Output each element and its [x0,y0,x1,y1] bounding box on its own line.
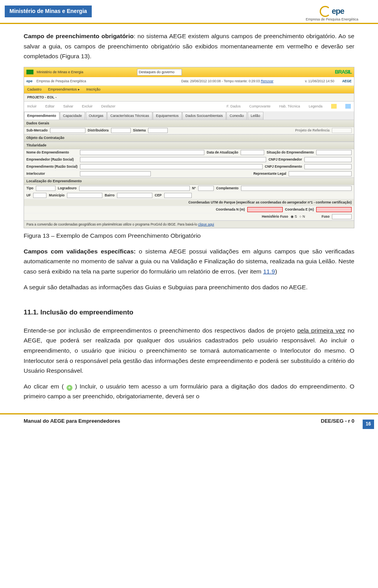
coordenada-e-input[interactable] [316,207,352,212]
cnpj-empreendedor-input[interactable] [304,157,352,162]
tab-outorgas[interactable]: Outorgas [86,112,107,120]
tipo-select[interactable] [36,186,56,191]
session-info: Data: 29/06/2012 10:00:08 - Tempo restan… [181,79,273,83]
legend-swatch-blue [345,104,351,109]
version-date: v. 11/06/2012 14:50 [305,79,334,83]
complemento-input[interactable] [241,186,352,191]
paragraph-5: Ao clicar em ( + ) Incluir, o usuário te… [24,381,354,401]
tool-desfazer[interactable]: Desfazer [101,104,115,109]
paragraph-3: A seguir são detalhadas as informações d… [24,282,354,292]
coord-header: Coordenadas UTM do Parque (especificar a… [188,200,352,205]
footer-right: DEE/SEG - r 0 [321,418,354,425]
destaques-select[interactable]: Destaques do governo [137,69,182,76]
section-localizacao: Localização do Empreendimento [24,178,354,185]
figure-13-screenshot: Ministério de Minas e Energia Destaques … [24,67,354,229]
data-atualizacao-input[interactable] [241,150,264,155]
brasil-flag-icon [26,70,33,74]
section-objeto: Objeto da Contratação [24,134,354,142]
logradouro-input[interactable] [79,186,190,191]
menu-empreendimentos[interactable]: Empreendimentos ▸ [48,87,80,91]
fuso-select[interactable] [332,214,352,219]
section-titularidade: Titularidade [24,142,354,149]
paragraph-1: Campo de preenchimento obrigatório: no s… [24,31,354,61]
renovar-link[interactable]: Renovar [261,79,273,83]
tab-caracteristicas[interactable]: Características Técnicas [107,112,152,120]
cnpj-empreendimento-input[interactable] [304,164,352,169]
footer-left: Manual do AEGE para Empreendedores [24,418,120,425]
hemisferio-n-radio[interactable]: ○ N [299,214,305,219]
page-number: 16 [363,420,374,429]
paragraph-2: Campos com validações específicas: o sis… [24,246,354,277]
tool-salvar[interactable]: Salvar [63,104,74,109]
tab-strip: Empreendimento Capacidade Outorgas Carac… [24,112,354,120]
cep-input[interactable] [164,193,192,198]
empreendimento-razao-input[interactable] [80,164,263,169]
tab-socioambientais[interactable]: Dados Socioambientais [182,112,226,120]
add-icon: + [67,385,72,391]
progrid-note: Para a conversão de coordenadas geográfi… [24,220,354,228]
hemisferio-s-radio[interactable]: ◉ S [291,214,297,219]
tool-comprovante[interactable]: Comprovante [249,104,271,109]
ministry-tab: Ministério de Minas e Energia [5,6,92,17]
municipio-select[interactable] [67,193,102,198]
numero-input[interactable] [198,186,214,191]
tool-excluir[interactable]: Excluir [82,104,93,109]
situacao-select[interactable] [316,150,352,155]
gov-label: Ministério de Minas e Energia [37,70,83,75]
tab-conexao[interactable]: Conexão [226,112,247,120]
legend-swatch-yellow [331,104,337,109]
distribuidora-select[interactable] [111,128,131,133]
section-dados-gerais: Dados Gerais [24,120,354,127]
paragraph-4: Entende-se por inclusão de empreendiment… [24,325,354,376]
projeto-ref-select [332,128,352,133]
tab-leilao[interactable]: Leilão [248,112,263,120]
uf-select[interactable] [33,193,46,198]
sistema-select[interactable] [148,128,168,133]
interlocutor-select[interactable] [80,171,151,176]
empreendedor-input[interactable] [80,157,266,162]
epe-logo: epe Empresa de Pesquisa Energética [306,6,358,22]
menu-inscricao[interactable]: Inscrição [86,87,100,91]
tab-empreendimento[interactable]: Empreendimento [24,112,59,120]
tool-fdados[interactable]: F. Dados [227,104,241,109]
tool-hab-tecnica[interactable]: Hab. Técnica [279,104,300,109]
epe-mini-logo: epe [26,79,33,84]
coordenada-n-input[interactable] [247,207,283,212]
figure-caption: Figura 13 – Exemplo de Campos com Preenc… [24,231,354,241]
tool-editar[interactable]: Editar [45,104,55,109]
section-heading-11-1: 11.1. Inclusão do empreendimento [24,308,354,318]
submercado-select[interactable] [50,128,85,133]
project-bar: PROJETO - EOL - [24,93,354,102]
clique-aqui-link[interactable]: clique aqui [198,222,214,226]
link-11-9[interactable]: 11.9 [263,268,275,275]
main-menu[interactable]: Cadastro Empreendimentos ▸ Inscrição [24,86,354,93]
brasil-logo: BRASIL [335,68,352,76]
aege-logo: AEGE [342,79,352,83]
legend-label: Legenda [309,104,322,109]
representante-select[interactable] [289,171,352,176]
menu-cadastro[interactable]: Cadastro [27,87,42,91]
nome-input[interactable] [80,150,204,155]
tab-equipamentos[interactable]: Equipamentos [153,112,182,120]
bairro-input[interactable] [117,193,152,198]
tab-capacidade[interactable]: Capacidade [60,112,85,120]
tool-incluir[interactable]: Incluir [27,104,37,109]
